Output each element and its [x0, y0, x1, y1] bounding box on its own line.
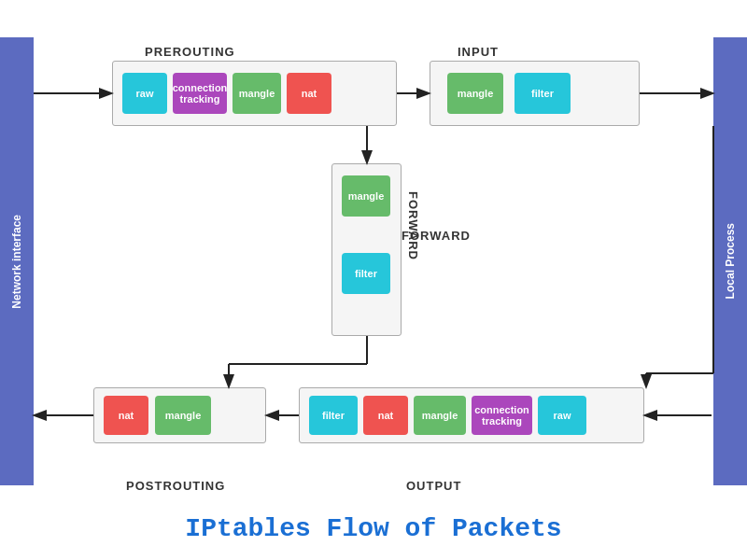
network-interface-label: Network interface	[10, 215, 23, 309]
postrouting-nat: nat	[104, 396, 148, 435]
input-mangle: mangle	[447, 73, 503, 114]
main-title: IPtables Flow of Packets	[0, 514, 747, 543]
output-chain-box: filter nat mangle connection tracking ra…	[299, 387, 644, 443]
input-filter: filter	[514, 73, 571, 114]
local-process-bar: Local Process	[713, 37, 747, 485]
local-process-label: Local Process	[724, 223, 737, 299]
prerouting-raw: raw	[122, 73, 167, 114]
output-conntrack: connection tracking	[472, 396, 532, 435]
forward-vertical-label: FORWARD	[406, 191, 420, 260]
postrouting-label: POSTROUTING	[126, 479, 225, 493]
output-nat: nat	[363, 396, 408, 435]
output-raw: raw	[538, 396, 586, 435]
postrouting-chain-box: nat mangle	[93, 387, 266, 443]
output-filter: filter	[309, 396, 358, 435]
forward-chain-box: mangle filter	[331, 163, 402, 336]
prerouting-chain-box: raw connection tracking mangle nat	[112, 61, 397, 126]
forward-mangle: mangle	[342, 175, 390, 217]
input-label: INPUT	[458, 45, 499, 59]
input-chain-box: mangle filter	[430, 61, 640, 126]
network-interface-bar: Network interface	[0, 37, 34, 485]
prerouting-nat: nat	[287, 73, 331, 114]
prerouting-label: PREROUTING	[145, 45, 235, 59]
prerouting-mangle: mangle	[233, 73, 281, 114]
prerouting-conntrack: connection tracking	[173, 73, 227, 114]
postrouting-mangle: mangle	[155, 396, 211, 435]
output-mangle: mangle	[414, 396, 466, 435]
forward-filter: filter	[342, 253, 390, 294]
output-label: OUTPUT	[406, 479, 461, 493]
